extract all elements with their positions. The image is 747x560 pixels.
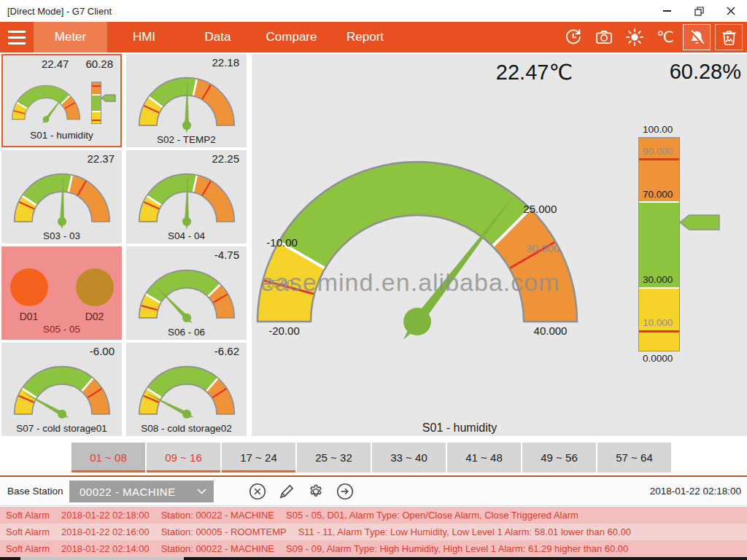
meter-tile-s05[interactable]: D01 D02 S05 - 05 [1, 246, 122, 340]
alarm-mute-icon[interactable] [683, 24, 711, 50]
svg-text:40.000: 40.000 [534, 324, 568, 337]
meter-tile-s08[interactable]: -6.62 S08 - cold storage02 [126, 343, 247, 436]
bar-min-label: 0.0000 [638, 351, 733, 366]
tile-gauge [1, 359, 122, 423]
tab-underline [71, 470, 145, 472]
alarm-type: Soft Alarm [6, 526, 50, 537]
digital-indicator: D02 [76, 268, 114, 322]
tile-value: 22.37 [87, 152, 115, 166]
brightness-icon[interactable] [622, 25, 648, 50]
alarm-detail: S09 - 09, Alarm Type: High Humidity, Hig… [286, 543, 628, 554]
alarm-station: Station: 00022 - MACHINE [161, 543, 274, 554]
tile-value: 60.28 [85, 58, 113, 75]
tab-underline [222, 470, 295, 472]
menu-item-compare[interactable]: Compare [255, 22, 328, 52]
alarm-type: Soft Alarm [6, 543, 50, 554]
horizontal-scrollbar[interactable] [0, 557, 747, 560]
alarm-detail: S11 - 11, Alarm Type: Low Humidity, Low … [298, 526, 631, 537]
svg-text:-20.00: -20.00 [268, 324, 300, 337]
svg-text:30.000: 30.000 [526, 242, 560, 254]
tile-label: S01 - humidity [3, 130, 120, 146]
tab-label: 33 ~ 40 [390, 451, 427, 464]
tile-gauge [126, 70, 247, 134]
toolbar-timestamp: 2018-01-22 02:18:00 [650, 486, 741, 497]
content-area: 22.4760.28 S01 - humidity22.18 S02 - TEM… [0, 52, 747, 438]
alarm-row[interactable]: Soft Alarm 2018-01-22 02:16:00 Station: … [0, 524, 747, 540]
tile-value-row: -6.00 [1, 343, 122, 359]
tile-value: 22.47 [42, 58, 69, 75]
main-gauge-label: S01 - humidity [347, 421, 573, 435]
title-bar: [Direct Mode] - G7 Client [0, 0, 747, 22]
main-nav: MeterHMIDataCompareReport [34, 22, 402, 52]
tile-value-row: 22.4760.28 [3, 55, 120, 75]
tab-33-40[interactable]: 33 ~ 40 [372, 443, 446, 472]
tab-01-08[interactable]: 01 ~ 08 [71, 443, 145, 472]
hamburger-menu-icon[interactable] [0, 22, 34, 52]
cancel-icon[interactable] [248, 482, 267, 501]
camera-icon[interactable] [591, 25, 617, 50]
tile-gauge [126, 262, 247, 327]
tile-value-row: -6.62 [126, 343, 247, 359]
menu-item-report[interactable]: Report [328, 22, 402, 52]
menu-item-hmi[interactable]: HMI [107, 22, 181, 52]
indicator-label: D01 [20, 311, 39, 322]
tile-label: S04 - 04 [126, 230, 247, 244]
station-toolbar: Base Station 00022 - MACHINE 2018-01-22 … [0, 475, 747, 506]
tile-gauge: D01 D02 [1, 266, 122, 324]
alarm-row[interactable]: Soft Alarm 2018-01-22 02:18:00 Station: … [0, 507, 747, 524]
alarm-time: 2018-01-22 02:18:00 [61, 510, 150, 521]
tile-value-row: 22.25 [126, 150, 247, 166]
svg-text:-15.00: -15.00 [262, 277, 293, 289]
restore-icon [694, 7, 704, 16]
window-title: [Direct Mode] - G7 Client [7, 6, 651, 17]
meter-tile-s02[interactable]: 22.18 S02 - TEMP2 [126, 54, 247, 147]
minimize-button[interactable] [651, 0, 683, 22]
unit-celsius-icon[interactable]: ℃ [652, 25, 678, 50]
settings-icon[interactable] [306, 482, 325, 501]
main-meter-panel: 22.47℃ 60.28% -20.0040.000-10.0025.000-1… [252, 54, 747, 436]
tab-label: 49 ~ 56 [541, 451, 577, 464]
tab-17-24[interactable]: 17 ~ 24 [222, 443, 295, 472]
tile-gauge [1, 166, 122, 230]
meter-tile-s03[interactable]: 22.37 S03 - 03 [1, 150, 122, 244]
tab-label: 09 ~ 16 [165, 451, 201, 464]
tile-bar-gauge [91, 79, 117, 126]
meter-tile-s01[interactable]: 22.4760.28 S01 - humidity [1, 54, 122, 147]
restore-button[interactable] [683, 0, 715, 22]
meter-tile-s06[interactable]: -4.75 S06 - 06 [126, 246, 247, 340]
digital-indicator: D01 [10, 268, 48, 322]
alarm-station: Station: 00022 - MACHINE [161, 510, 274, 521]
sync-icon[interactable] [560, 25, 587, 50]
tab-25-32[interactable]: 25 ~ 32 [297, 443, 371, 472]
tab-label: 57 ~ 64 [616, 451, 652, 464]
station-dropdown[interactable]: 00022 - MACHINE [69, 481, 214, 502]
tile-value-row [1, 246, 122, 266]
tab-49-56[interactable]: 49 ~ 56 [522, 443, 596, 472]
tab-label: 41 ~ 48 [465, 451, 502, 464]
menu-item-data[interactable]: Data [181, 22, 255, 52]
alarm-type: Soft Alarm [6, 510, 50, 521]
indicator-dot [76, 268, 114, 306]
tab-09-16[interactable]: 09 ~ 16 [147, 443, 220, 472]
tile-label: S07 - cold storage01 [1, 423, 122, 436]
tile-label: S08 - cold storage02 [126, 423, 247, 436]
tab-41-48[interactable]: 41 ~ 48 [447, 443, 521, 472]
bar-max-label: 100.00 [638, 122, 733, 137]
alarm-row[interactable]: Soft Alarm 2018-01-22 02:14:00 Station: … [0, 540, 747, 557]
tab-label: 17 ~ 24 [240, 451, 276, 464]
scrollbar-thumb[interactable] [20, 557, 184, 560]
base-station-label: Base Station [7, 486, 63, 497]
edit-icon[interactable] [277, 482, 296, 501]
menu-item-meter[interactable]: Meter [34, 22, 107, 52]
tab-57-64[interactable]: 57 ~ 64 [597, 443, 671, 472]
clear-alarm-icon[interactable] [715, 24, 743, 50]
meter-tile-s04[interactable]: 22.25 S04 - 04 [126, 150, 247, 244]
close-button[interactable] [715, 0, 747, 22]
tab-label: 01 ~ 08 [90, 451, 126, 464]
menu-icon-group: ℃ [560, 22, 747, 52]
meter-tile-s07[interactable]: -6.00 S07 - cold storage01 [1, 343, 122, 436]
humidity-readout: 60.28% [670, 60, 741, 84]
temperature-readout: 22.47℃ [427, 60, 573, 85]
tile-value: 22.25 [212, 152, 239, 166]
export-icon[interactable] [336, 482, 355, 501]
